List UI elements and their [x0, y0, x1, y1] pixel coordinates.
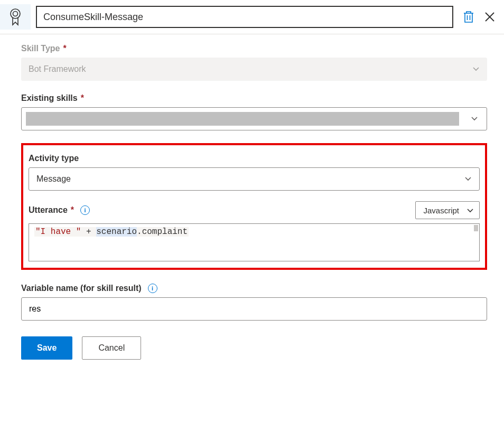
skill-type-select: Bot Framework — [21, 58, 487, 81]
required-indicator: * — [71, 205, 74, 215]
header-actions — [459, 11, 499, 23]
close-button[interactable] — [484, 11, 496, 23]
svg-point-1 — [13, 12, 18, 16]
existing-skills-label-text: Existing skills — [21, 93, 78, 103]
ribbon-icon-wrap — [0, 4, 31, 30]
variable-name-label: Variable name (for skill result) i — [21, 284, 487, 293]
title-input[interactable]: ConsumeSkill-Message — [36, 6, 453, 28]
skill-type-label: Skill Type * — [21, 44, 487, 53]
scrollbar-thumb[interactable] — [474, 225, 478, 231]
field-skill-type: Skill Type * Bot Framework — [21, 44, 487, 81]
panel-content: Skill Type * Bot Framework Existing skil… — [0, 34, 504, 372]
activity-type-label: Activity type — [29, 154, 480, 163]
panel-header: ConsumeSkill-Message — [0, 0, 504, 34]
title-underlined-part: ConsumeSkill — [43, 12, 101, 23]
variable-name-label-text: Variable name (for skill result) — [21, 284, 142, 293]
svg-point-0 — [11, 9, 20, 18]
existing-skills-label: Existing skills * — [21, 93, 487, 103]
utterance-code-editor[interactable]: "I have " + scenario.complaint — [29, 223, 480, 261]
utterance-lang-select[interactable]: Javascript — [415, 201, 480, 219]
trash-icon — [463, 11, 474, 23]
code-operator: + — [81, 227, 96, 237]
save-button[interactable]: Save — [21, 336, 72, 360]
field-existing-skills: Existing skills * — [21, 93, 487, 130]
chevron-down-icon — [464, 174, 472, 184]
field-activity-type: Activity type Message — [29, 154, 480, 191]
activity-type-value: Message — [36, 174, 71, 184]
chevron-down-icon — [462, 108, 487, 130]
required-indicator: * — [81, 93, 84, 103]
activity-type-label-text: Activity type — [29, 154, 79, 163]
chevron-down-icon — [466, 206, 474, 215]
delete-button[interactable] — [463, 11, 474, 23]
code-identifier: complaint — [142, 227, 188, 237]
footer-buttons: Save Cancel — [21, 336, 487, 360]
utterance-header-row: Utterance* i Javascript — [29, 201, 480, 219]
field-variable-name: Variable name (for skill result) i — [21, 284, 487, 321]
existing-skills-select[interactable] — [21, 107, 487, 130]
info-icon[interactable]: i — [148, 284, 157, 293]
title-rest-part: -Message — [101, 12, 143, 23]
code-string-literal: "I have " — [35, 227, 81, 237]
chevron-down-icon — [472, 64, 480, 74]
utterance-label: Utterance* i — [29, 205, 90, 215]
skill-type-value: Bot Framework — [29, 64, 86, 74]
cancel-button[interactable]: Cancel — [82, 336, 141, 360]
variable-name-input[interactable] — [21, 297, 487, 321]
code-line: "I have " + scenario.complaint — [34, 227, 189, 237]
utterance-label-text: Utterance — [29, 205, 68, 215]
code-dot: . — [137, 227, 142, 237]
ribbon-icon — [8, 8, 22, 26]
highlight-box: Activity type Message Utterance* i Javas… — [21, 143, 487, 270]
code-identifier: scenario — [96, 227, 137, 237]
skill-type-label-text: Skill Type — [21, 44, 60, 53]
utterance-lang-value: Javascript — [423, 206, 459, 215]
close-icon — [484, 11, 496, 23]
field-utterance: Utterance* i Javascript "I have " + scen… — [29, 201, 480, 261]
activity-type-select[interactable]: Message — [29, 167, 480, 191]
info-icon[interactable]: i — [80, 205, 90, 215]
required-indicator: * — [63, 44, 67, 53]
existing-skills-redacted-value — [26, 112, 459, 126]
